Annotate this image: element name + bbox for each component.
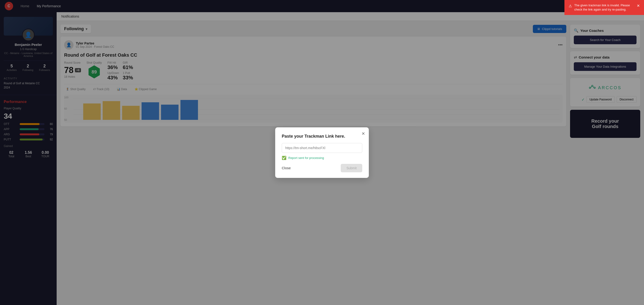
modal-close-x-button[interactable]: ✕ [362, 131, 365, 136]
toast-close-button[interactable]: ✕ [637, 3, 640, 8]
modal-overlay[interactable]: Paste your Trackman Link here. ✕ ✅ Repor… [0, 0, 644, 305]
modal-title: Paste your Trackman Link here. [282, 134, 362, 139]
success-text: Report sent for processing [288, 156, 324, 160]
trackman-link-input[interactable] [282, 143, 362, 153]
modal-close-button[interactable]: Close [282, 166, 291, 170]
modal-success-message: ✅ Report sent for processing [282, 156, 362, 160]
modal-submit-button[interactable]: Submit [341, 164, 362, 172]
success-check-icon: ✅ [282, 156, 286, 160]
toast-message: The given trackman link is invalid. Plea… [574, 3, 634, 12]
trackman-modal: Paste your Trackman Link here. ✕ ✅ Repor… [275, 127, 369, 178]
modal-actions: Close Submit [282, 164, 362, 172]
error-toast: ⚠ The given trackman link is invalid. Pl… [564, 0, 644, 15]
toast-warning-icon: ⚠ [569, 4, 572, 9]
